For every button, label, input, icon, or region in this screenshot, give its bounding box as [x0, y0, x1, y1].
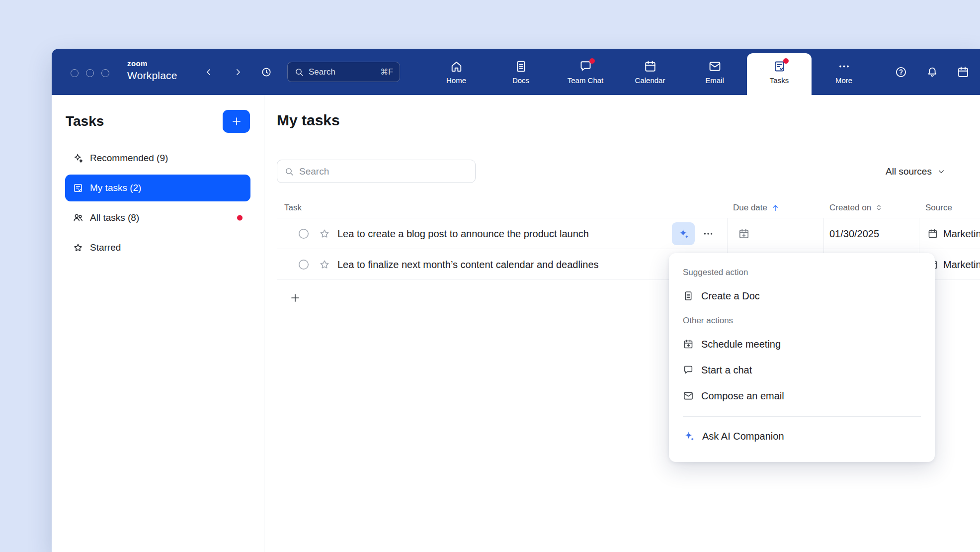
nav-label: More [835, 76, 852, 85]
nav-label: Tasks [770, 76, 789, 85]
star-icon [73, 242, 83, 253]
menu-item-compose-email[interactable]: Compose an email [683, 383, 921, 409]
window-zoom-button[interactable] [101, 69, 109, 77]
forward-button[interactable] [228, 49, 248, 95]
task-checkbox[interactable] [298, 259, 310, 271]
mail-icon [683, 390, 694, 401]
row-more-button[interactable] [702, 228, 714, 240]
sidebar-list: Recommended (9) My tasks (2) All tasks (… [52, 144, 264, 265]
history-button[interactable] [256, 49, 276, 95]
menu-section-heading: Other actions [683, 309, 921, 331]
ai-sparkle-icon [677, 228, 689, 240]
menu-item-ask-ai-companion[interactable]: Ask AI Companion [683, 423, 921, 449]
search-icon [294, 67, 304, 77]
task-search-input[interactable] [299, 166, 468, 177]
window-controls [71, 69, 109, 77]
chevron-left-icon [204, 67, 214, 77]
nav-calendar[interactable]: Calendar [618, 53, 682, 95]
sidebar-item-all-tasks[interactable]: All tasks (8) [65, 204, 250, 231]
bell-icon [926, 66, 939, 79]
global-search[interactable]: Search ⌘F [287, 62, 400, 82]
notification-dot [589, 58, 595, 64]
star-toggle[interactable] [319, 259, 330, 271]
nav-label: Home [446, 76, 466, 85]
table-row[interactable]: Lea to create a blog post to announce th… [277, 218, 980, 249]
plus-icon [231, 115, 243, 127]
star-toggle[interactable] [319, 228, 330, 240]
nav-team-chat[interactable]: Team Chat [553, 53, 618, 95]
sidebar-item-label: Starred [90, 242, 121, 253]
notifications-button[interactable] [922, 49, 942, 95]
logo-workplace: Workplace [127, 70, 177, 81]
search-shortcut: ⌘F [380, 67, 393, 77]
app-header: zoom Workplace Search ⌘F Home Docs [52, 49, 980, 95]
menu-item-start-chat[interactable]: Start a chat [683, 357, 921, 383]
add-due-date-button[interactable] [738, 228, 750, 240]
app-logo: zoom Workplace [127, 60, 177, 81]
sidebar-item-my-tasks[interactable]: My tasks (2) [65, 175, 250, 201]
window-close-button[interactable] [71, 69, 79, 77]
ai-companion-button[interactable] [672, 222, 695, 245]
schedule-button[interactable] [953, 49, 973, 95]
nav-docs[interactable]: Docs [489, 53, 553, 95]
sort-icon [875, 203, 883, 212]
menu-item-label: Compose an email [701, 390, 784, 402]
sidebar-item-label: Recommended (9) [90, 153, 168, 164]
column-header-due-date[interactable]: Due date [733, 197, 780, 218]
sparkle-icon [73, 153, 83, 164]
source-cell: Marketing [927, 249, 980, 280]
menu-section-heading: Suggested action [683, 265, 921, 283]
sidebar-item-label: All tasks (8) [90, 212, 139, 223]
nav-home[interactable]: Home [424, 53, 489, 95]
add-row-button[interactable] [289, 292, 301, 304]
task-title: Lea to finalize next month’s content cal… [337, 249, 599, 280]
logo-zoom: zoom [127, 60, 177, 67]
window-minimize-button[interactable] [86, 69, 94, 77]
help-icon [895, 66, 907, 79]
sources-filter-label: All sources [886, 166, 932, 177]
source-value: Marketing [943, 228, 980, 240]
task-search[interactable] [277, 160, 476, 183]
notification-dot [237, 215, 243, 221]
ai-sparkle-icon [683, 430, 695, 442]
add-task-button[interactable] [223, 110, 250, 133]
column-header-created-on[interactable]: Created on [829, 197, 883, 218]
global-search-placeholder: Search [309, 67, 376, 77]
sidebar-header: Tasks [52, 95, 264, 144]
home-icon [450, 60, 463, 73]
sources-filter[interactable]: All sources [881, 160, 951, 183]
task-checkbox[interactable] [298, 228, 310, 240]
page-title: My tasks [277, 112, 340, 129]
top-nav: Home Docs Team Chat Calendar Email [424, 53, 876, 95]
history-icon [260, 66, 272, 78]
nav-more[interactable]: More [812, 53, 876, 95]
source-cell: Marketing [927, 218, 980, 249]
sort-ascending-icon [771, 203, 780, 212]
menu-item-label: Ask AI Companion [702, 431, 784, 442]
column-header-source: Source [925, 197, 952, 218]
table-header: Task Due date Created on Source [277, 197, 980, 218]
tasks-icon [73, 183, 83, 193]
help-button[interactable] [891, 49, 911, 95]
back-button[interactable] [199, 49, 219, 95]
calendar-icon [644, 60, 657, 73]
nav-email[interactable]: Email [682, 53, 747, 95]
nav-tasks[interactable]: Tasks [747, 53, 812, 95]
source-value: Marketing [943, 259, 980, 271]
nav-label: Team Chat [568, 76, 604, 85]
main-content: My tasks All sources Task Due date Creat… [264, 95, 980, 552]
menu-item-create-doc[interactable]: Create a Doc [683, 283, 921, 309]
sidebar-item-recommended[interactable]: Recommended (9) [65, 145, 250, 172]
chevron-down-icon [937, 167, 946, 176]
nav-label: Calendar [635, 76, 665, 85]
menu-divider [683, 416, 921, 417]
app-window: zoom Workplace Search ⌘F Home Docs [52, 49, 980, 552]
sidebar-item-starred[interactable]: Starred [65, 234, 250, 261]
ai-actions-menu: Suggested action Create a Doc Other acti… [669, 253, 935, 462]
menu-item-schedule-meeting[interactable]: Schedule meeting [683, 331, 921, 357]
tasks-icon [773, 60, 786, 73]
sidebar-item-label: My tasks (2) [90, 183, 141, 193]
chat-icon [579, 60, 592, 73]
screen: zoom Workplace Search ⌘F Home Docs [0, 0, 980, 552]
people-icon [73, 212, 83, 223]
